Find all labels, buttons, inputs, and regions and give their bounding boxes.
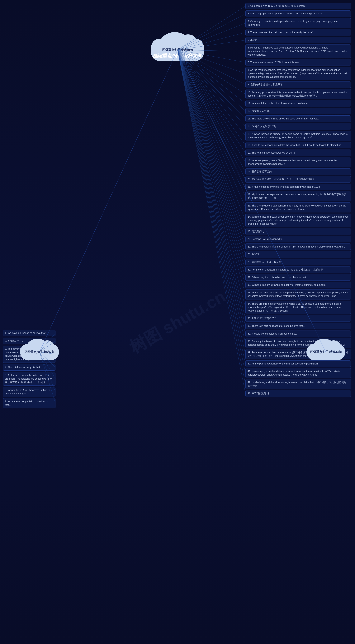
left-item-1[interactable]: 1. We have no reason to believe that... xyxy=(3,330,56,336)
right-item-21[interactable]: 21. It has increased by three times as c… xyxy=(245,184,351,190)
svg-line-24 xyxy=(178,50,245,232)
right-item-12[interactable]: 12. 根据我个人经验... xyxy=(245,108,351,114)
center-cloud-label: 四级重点句子精选50句 xyxy=(162,48,193,52)
right-item-15[interactable]: 15. Now an increasing number of people c… xyxy=(245,131,351,141)
right-item-11[interactable]: 11. In my opinion，this point of view doe… xyxy=(245,100,351,107)
svg-line-33 xyxy=(178,50,245,307)
page-title: 四级重点句子精选50句 xyxy=(152,53,203,60)
right-item-33[interactable]: 33. In the past two decades ( In the pas… xyxy=(245,289,351,299)
svg-line-37 xyxy=(178,50,245,343)
right-item-10[interactable]: 10. From my point of view, it is more re… xyxy=(245,89,351,99)
svg-line-38 xyxy=(178,50,245,354)
right-item-43[interactable]: 43. 豆不可能的论述... xyxy=(245,390,351,397)
right-item-1[interactable]: 1. Compared with 1997，it fell from 15 to… xyxy=(245,3,351,9)
svg-line-14 xyxy=(178,50,245,136)
svg-line-28 xyxy=(178,50,245,262)
right-cloud-label: 四级重点句子 精选43句 xyxy=(310,350,342,354)
right-item-27[interactable]: 27. There is a certain amount of truth i… xyxy=(245,244,351,250)
svg-line-35 xyxy=(178,50,245,326)
right-item-4[interactable]: 4. These days we often tell that... but … xyxy=(245,29,351,36)
right-item-31[interactable]: 31. Others may find this to be true，but … xyxy=(245,274,351,281)
svg-line-15 xyxy=(178,50,245,145)
svg-line-31 xyxy=(178,50,245,285)
left-cloud: 四级重点句子 精选7句 xyxy=(20,344,59,360)
right-item-26[interactable]: 26. Perhaps I will question why... xyxy=(245,236,351,242)
right-item-2[interactable]: 2. With the (rapid) development of scien… xyxy=(245,10,351,17)
right-item-42[interactable]: 42. I disbelieve, and therefore strongly… xyxy=(245,379,351,389)
svg-line-26 xyxy=(178,50,245,247)
svg-line-27 xyxy=(178,50,245,254)
right-item-18[interactable]: 18. In recent years，many Chinese familie… xyxy=(245,157,351,167)
left-item-6[interactable]: 6. Wonderful as A is，however，it has its … xyxy=(3,387,56,397)
watermark: 树图 shutu.cn xyxy=(125,286,229,359)
svg-line-40 xyxy=(178,50,245,373)
svg-line-34 xyxy=(178,50,245,318)
svg-line-18 xyxy=(178,50,245,172)
svg-line-42 xyxy=(178,50,245,394)
right-item-19[interactable]: 19. 恶劣的客观环境的... xyxy=(245,168,351,175)
page-wrapper: 树图 shutu.cn 四级重点句子精选50句 四级重点句子精选50句 1. C… xyxy=(0,0,355,644)
right-item-5[interactable]: 5. 不明白... xyxy=(245,37,351,44)
right-item-34[interactable]: 34. There are three major values of owni… xyxy=(245,300,351,314)
right-item-13[interactable]: 13. The table shows a three times increa… xyxy=(245,116,351,122)
left-item-7[interactable]: 7. What these people fail to consider is… xyxy=(3,398,56,408)
right-item-14[interactable]: 14. (从每个人的观点出)说... xyxy=(245,123,351,130)
right-item-28[interactable]: 28. 我写道... xyxy=(245,251,351,258)
right-item-40[interactable]: 40. As the public awareness of the marke… xyxy=(245,360,351,367)
left-item-5[interactable]: 5. As for me, I am on the latter part of… xyxy=(3,372,56,386)
svg-line-17 xyxy=(178,50,245,162)
left-cloud-label: 四级重点句子 精选7句 xyxy=(25,350,55,354)
right-item-36[interactable]: 36. There is in fact no reason for us to… xyxy=(245,323,351,329)
svg-line-19 xyxy=(178,50,245,179)
right-item-16[interactable]: 16. It would be reasonable to take the v… xyxy=(245,142,351,148)
svg-line-32 xyxy=(178,50,245,294)
svg-line-21 xyxy=(178,50,245,196)
left-item-4[interactable]: 4. The chief reason why...is that... xyxy=(3,364,56,370)
svg-line-50 xyxy=(40,50,178,352)
svg-line-25 xyxy=(178,50,245,239)
svg-line-16 xyxy=(178,50,245,153)
right-item-17[interactable]: 17. The total number was lowered by 10 % xyxy=(245,150,351,156)
right-item-22[interactable]: 22. My final and perhaps my best reason … xyxy=(245,191,351,201)
right-item-29[interactable]: 29. 就我的观点...来说，我认为... xyxy=(245,259,351,266)
right-item-6[interactable]: 6. Recently，extensive studies (statistic… xyxy=(245,44,351,58)
svg-line-20 xyxy=(178,50,245,187)
svg-line-39 xyxy=(178,50,245,364)
svg-line-41 xyxy=(178,50,245,384)
svg-line-29 xyxy=(178,50,245,270)
right-cloud: 四级重点句子 精选43句 xyxy=(306,344,345,360)
right-item-25[interactable]: 25. 毫无疑问地... xyxy=(245,228,351,235)
right-item-30[interactable]: 30. For the same reason, it matters to m… xyxy=(245,266,351,273)
right-items-panel: 1. Compared with 1997，it fell from 15 to… xyxy=(245,3,351,397)
right-item-20[interactable]: 20. 在我认识的人当中，他们没有一个人比...更值得我钦佩的。 xyxy=(245,176,351,182)
svg-line-30 xyxy=(178,50,245,277)
right-item-32[interactable]: 32. With the (rapidly) growing popularit… xyxy=(245,282,351,288)
right-item-7[interactable]: 7. There is an increase of 20% in total … xyxy=(245,59,351,66)
right-item-24[interactable]: 24. With the (rapid) growth of our econo… xyxy=(245,214,351,227)
right-item-37[interactable]: 37. It would be expected to increase 5 t… xyxy=(245,330,351,337)
svg-line-36 xyxy=(178,50,245,334)
right-item-23[interactable]: 23. There is a wide spread concern that … xyxy=(245,202,351,212)
svg-line-22 xyxy=(178,50,245,208)
svg-line-23 xyxy=(178,50,245,220)
svg-line-13 xyxy=(178,50,245,126)
right-item-9[interactable]: 9. 在我的求学过程中，我忘不了... xyxy=(245,81,351,88)
right-item-3[interactable]: 3. Currently，there is a widespread conce… xyxy=(245,18,351,28)
right-item-8[interactable]: 8. As the market economy (the legal syst… xyxy=(245,67,351,80)
right-item-35[interactable]: 35. 此论如何理清楚不了当 xyxy=(245,315,351,322)
right-item-41[interactable]: 41. Nowadays，a heated debate ( discussio… xyxy=(245,368,351,378)
